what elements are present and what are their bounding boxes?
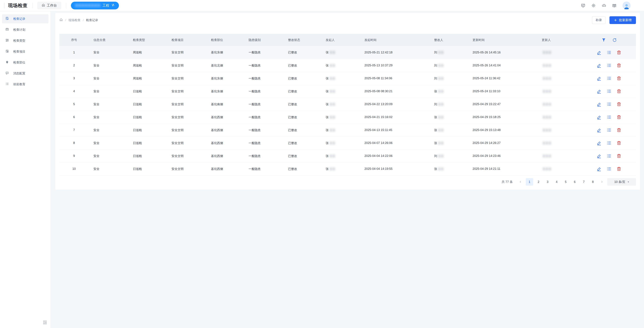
cell-start-time: 2025-05-21 12:42:18 [362,46,431,59]
prev-page-icon[interactable]: ‹ [517,178,524,186]
edit-icon[interactable] [597,140,602,145]
topbar: 现场检查 工作台 某某某某某某某某 工程 [0,0,644,11]
batch-add-button[interactable]: 批量新增 [610,16,636,24]
cell-category: 安全 [90,85,130,98]
cell-start-time: 2025-04-04 14:19:55 [362,162,431,175]
sidebar-item-inspection-part[interactable]: 检查部位 [2,58,48,67]
edit-icon[interactable] [597,89,602,94]
sidebar-item-inspection-plan[interactable]: 检查计划 [2,25,48,34]
cell-update-time: 2025-04-29 15:13:48 [470,124,539,136]
masked-name: 某某 [330,128,336,132]
cell-updater: 某某某 [539,85,581,98]
edit-icon[interactable] [597,153,602,158]
sidebar-item-message-config[interactable]: 消息配置 [2,69,48,78]
cell-hazard: 一般隐患 [246,162,285,175]
cell-updater: 某某某 [539,59,581,72]
edit-icon[interactable] [597,50,602,55]
delete-icon[interactable] [616,76,621,81]
settings-icon[interactable] [591,3,596,8]
edit-icon[interactable] [597,115,602,120]
cell-update-time: 2025-05-24 11:33:10 [470,85,539,98]
cell-check-type: 周巡检 [130,59,168,72]
inspection-type-icon [5,39,13,43]
page-number-5[interactable]: 5 [562,178,569,186]
masked-name: 某某某 [542,102,552,106]
detail-list-icon[interactable] [606,115,612,120]
cell-category: 安全 [90,98,130,111]
edit-icon[interactable] [597,63,602,68]
page-size-label: 10 条/页 [614,180,626,184]
cell-rectifier: 张某某 [431,136,470,149]
sidebar-item-pre-shift-education[interactable]: 班前教育 [2,80,48,89]
detail-list-icon[interactable] [606,153,612,158]
user-avatar[interactable] [622,2,630,10]
delete-icon[interactable] [616,140,621,145]
breadcrumb-item[interactable]: 现场检查 [68,18,80,22]
page-number-4[interactable]: 4 [553,178,560,186]
workbench-button[interactable]: 工作台 [37,2,61,10]
cell-status: 已整改 [285,124,323,136]
page-number-1[interactable]: 1 [526,178,533,186]
detail-list-icon[interactable] [606,128,612,132]
header-actions: 补录 批量新增 [592,16,636,24]
sidebar-item-inspection-type[interactable]: 检查类型 [2,36,48,45]
docs-book-icon[interactable] [612,3,616,8]
masked-name: 某某 [330,167,336,171]
masked-name: 某某某 [542,154,552,158]
detail-list-icon[interactable] [606,89,612,94]
page-number-8[interactable]: 8 [589,178,596,186]
cell-part: 基坑东侧 [208,46,246,59]
sidebar-item-inspection-item[interactable]: 检查项目 [2,47,48,56]
cell-rectifier: 刘某某 [431,149,470,162]
table-header-row: 序号信息分类检查类型检查项目检查部位隐患级别整改状态发起人发起时间整改人更新时间… [59,34,636,46]
cell-item: 安全文明 [168,124,208,136]
cell-hazard: 一般隐患 [246,85,285,98]
delete-icon[interactable] [616,167,621,171]
cell-updater: 某某某 [539,98,581,111]
cell-category: 安全 [90,162,130,175]
detail-list-icon[interactable] [606,76,612,81]
filter-icon[interactable] [602,38,606,42]
breadcrumb-home-icon[interactable] [59,18,63,22]
column-header: 隐患级别 [246,34,285,46]
detail-list-icon[interactable] [606,63,612,68]
delete-icon[interactable] [616,63,621,68]
cell-actions [581,111,636,124]
edit-icon[interactable] [597,76,602,81]
project-selector-pill[interactable]: 某某某某某某某某 工程 [71,2,119,10]
supplement-button[interactable]: 补录 [592,16,606,24]
cloud-download-icon[interactable] [602,3,606,8]
page-number-6[interactable]: 6 [571,178,578,186]
masked-name: 某某 [438,64,444,68]
sidebar-item-inspection-records[interactable]: 检查记录 [2,14,48,23]
cell-status: 已整改 [285,98,323,111]
menu-fold-icon[interactable] [42,320,48,325]
edit-icon[interactable] [597,128,602,132]
detail-list-icon[interactable] [606,167,612,171]
cell-part: 基坑东侧 [208,85,246,98]
page-number-3[interactable]: 3 [544,178,551,186]
edit-icon[interactable] [597,167,602,171]
delete-icon[interactable] [616,89,621,94]
table-row: 9安全日巡检安全文明基坑西侧一般隐患已整改张某某2025-04-04 14:22… [59,149,636,162]
cell-update-time: 2025-04-29 15:22:47 [470,98,539,111]
page-number-7[interactable]: 7 [580,178,588,186]
delete-icon[interactable] [616,115,621,120]
detail-list-icon[interactable] [606,140,612,145]
detail-list-icon[interactable] [606,50,612,55]
next-page-icon[interactable]: › [598,178,606,186]
sidebar-item-label: 检查计划 [13,28,25,32]
page-size-select[interactable]: 10 条/页▾ [607,178,636,186]
monitor-chart-icon[interactable] [581,3,585,8]
delete-icon[interactable] [616,102,621,107]
delete-icon[interactable] [616,128,621,132]
masked-name: 某某某 [542,141,552,145]
message-config-icon [5,71,13,76]
detail-list-icon[interactable] [606,102,612,107]
cell-actions [581,162,636,175]
delete-icon[interactable] [616,50,621,55]
edit-icon[interactable] [597,102,602,107]
page-number-2[interactable]: 2 [535,178,542,186]
delete-icon[interactable] [616,153,621,158]
refresh-icon[interactable] [612,38,617,42]
